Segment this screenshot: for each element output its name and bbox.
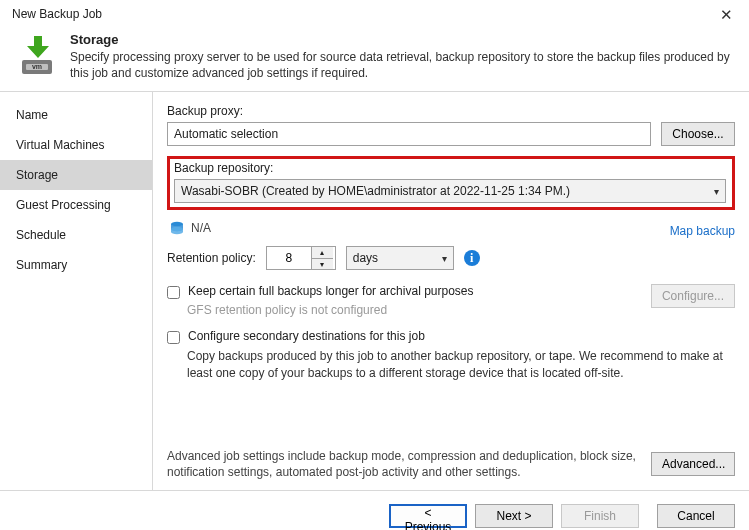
dialog-body: Name Virtual Machines Storage Guest Proc… [0, 92, 749, 490]
finish-button: Finish [561, 504, 639, 528]
title-bar: New Backup Job ✕ [0, 0, 749, 28]
info-icon[interactable]: i [464, 250, 480, 266]
secondary-dest-label: Configure secondary destinations for thi… [188, 329, 425, 343]
dialog-header: vm Storage Specify processing proxy serv… [0, 28, 749, 92]
sidebar-item-storage[interactable]: Storage [0, 160, 152, 190]
spinner-up-icon[interactable]: ▴ [312, 247, 333, 259]
repository-highlight: Backup repository: Wasabi-SOBR (Created … [167, 156, 735, 210]
retention-unit-value: days [353, 251, 378, 265]
map-backup-link[interactable]: Map backup [670, 224, 735, 238]
dialog-footer: < Previous Next > Finish Cancel [0, 490, 749, 530]
advanced-button[interactable]: Advanced... [651, 452, 735, 476]
configure-gfs-button: Configure... [651, 284, 735, 308]
sidebar-item-guest-processing[interactable]: Guest Processing [0, 190, 152, 220]
previous-button[interactable]: < Previous [389, 504, 467, 528]
retention-value-spinner[interactable]: ▴ ▾ [266, 246, 336, 270]
backup-repository-dropdown[interactable]: Wasabi-SOBR (Created by HOME\administrat… [174, 179, 726, 203]
chevron-down-icon: ▾ [714, 186, 719, 197]
storage-arrow-icon: vm [16, 34, 58, 76]
chevron-down-icon: ▾ [442, 253, 447, 264]
gfs-checkbox-label: Keep certain full backups longer for arc… [188, 284, 474, 298]
secondary-dest-description: Copy backups produced by this job to ano… [187, 348, 735, 380]
capacity-value: N/A [191, 221, 211, 235]
cancel-button[interactable]: Cancel [657, 504, 735, 528]
content-panel: Backup proxy: Automatic selection Choose… [153, 92, 749, 490]
gfs-subtext: GFS retention policy is not configured [187, 303, 651, 317]
choose-proxy-button[interactable]: Choose... [661, 122, 735, 146]
capacity-row: N/A [169, 220, 211, 236]
retention-policy-label: Retention policy: [167, 251, 256, 265]
retention-value-input[interactable] [267, 250, 311, 266]
sidebar-item-virtual-machines[interactable]: Virtual Machines [0, 130, 152, 160]
close-icon[interactable]: ✕ [714, 5, 739, 24]
header-text: Storage Specify processing proxy server … [70, 32, 733, 81]
backup-proxy-value: Automatic selection [174, 127, 278, 141]
page-description: Specify processing proxy server to be us… [70, 49, 733, 81]
wizard-sidebar: Name Virtual Machines Storage Guest Proc… [0, 92, 153, 490]
retention-unit-dropdown[interactable]: days ▾ [346, 246, 454, 270]
svg-marker-0 [27, 36, 49, 58]
backup-proxy-label: Backup proxy: [167, 104, 735, 118]
spinner-down-icon[interactable]: ▾ [312, 259, 333, 270]
backup-repository-value: Wasabi-SOBR (Created by HOME\administrat… [181, 184, 570, 198]
sidebar-item-name[interactable]: Name [0, 100, 152, 130]
advanced-description: Advanced job settings include backup mod… [167, 448, 641, 480]
sidebar-item-schedule[interactable]: Schedule [0, 220, 152, 250]
svg-text:vm: vm [32, 63, 42, 70]
secondary-dest-checkbox[interactable] [167, 331, 180, 344]
disk-stack-icon [169, 220, 185, 236]
gfs-checkbox[interactable] [167, 286, 180, 299]
backup-repository-label: Backup repository: [174, 161, 728, 175]
next-button[interactable]: Next > [475, 504, 553, 528]
window-title: New Backup Job [12, 7, 102, 21]
page-title: Storage [70, 32, 733, 47]
sidebar-item-summary[interactable]: Summary [0, 250, 152, 280]
backup-proxy-field[interactable]: Automatic selection [167, 122, 651, 146]
